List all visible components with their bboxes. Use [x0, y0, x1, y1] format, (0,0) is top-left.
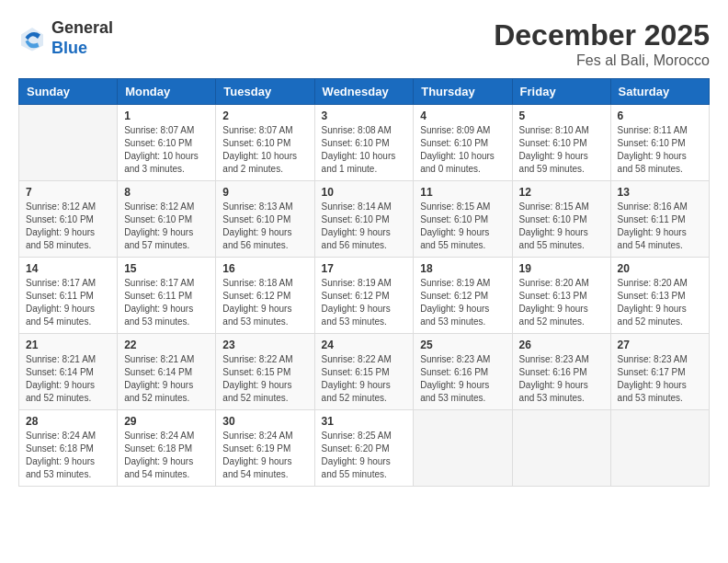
day-number: 1: [124, 109, 209, 122]
day-info: Sunrise: 8:12 AMSunset: 6:10 PMDaylight:…: [26, 201, 110, 252]
day-cell: 1Sunrise: 8:07 AMSunset: 6:10 PMDaylight…: [118, 105, 216, 181]
day-info: Sunrise: 8:17 AMSunset: 6:11 PMDaylight:…: [26, 277, 110, 328]
day-number: 10: [322, 186, 407, 199]
weekday-header-monday: Monday: [118, 79, 216, 105]
day-number: 21: [26, 339, 110, 351]
day-number: 5: [519, 109, 604, 122]
day-cell: 20Sunrise: 8:20 AMSunset: 6:13 PMDayligh…: [610, 258, 709, 334]
day-number: 9: [222, 186, 307, 199]
weekday-header-tuesday: Tuesday: [216, 79, 314, 105]
logo-general: General: [51, 18, 113, 39]
logo-icon: [18, 25, 46, 52]
day-cell: 30Sunrise: 8:24 AMSunset: 6:19 PMDayligh…: [216, 410, 314, 487]
weekday-header-thursday: Thursday: [414, 79, 512, 105]
day-cell: 16Sunrise: 8:18 AMSunset: 6:12 PMDayligh…: [216, 258, 314, 334]
day-number: 22: [124, 339, 209, 351]
day-cell: [512, 410, 610, 487]
day-cell: 18Sunrise: 8:19 AMSunset: 6:12 PMDayligh…: [414, 258, 512, 334]
day-number: 17: [322, 262, 407, 275]
day-cell: 24Sunrise: 8:22 AMSunset: 6:15 PMDayligh…: [314, 334, 414, 410]
day-number: 13: [618, 186, 702, 199]
day-info: Sunrise: 8:23 AMSunset: 6:16 PMDaylight:…: [519, 353, 604, 405]
day-number: 4: [420, 109, 505, 122]
weekday-header-saturday: Saturday: [610, 79, 709, 105]
day-cell: 11Sunrise: 8:15 AMSunset: 6:10 PMDayligh…: [414, 181, 512, 258]
day-info: Sunrise: 8:10 AMSunset: 6:10 PMDaylight:…: [519, 124, 604, 176]
day-info: Sunrise: 8:19 AMSunset: 6:12 PMDaylight:…: [322, 277, 407, 328]
week-row-2: 7Sunrise: 8:12 AMSunset: 6:10 PMDaylight…: [19, 181, 710, 258]
day-cell: 5Sunrise: 8:10 AMSunset: 6:10 PMDaylight…: [512, 105, 610, 181]
day-cell: 31Sunrise: 8:25 AMSunset: 6:20 PMDayligh…: [314, 410, 414, 487]
day-info: Sunrise: 8:18 AMSunset: 6:12 PMDaylight:…: [222, 277, 307, 328]
day-info: Sunrise: 8:24 AMSunset: 6:18 PMDaylight:…: [124, 430, 209, 481]
day-number: 31: [322, 415, 407, 428]
day-number: 12: [519, 186, 604, 199]
day-cell: 26Sunrise: 8:23 AMSunset: 6:16 PMDayligh…: [512, 334, 610, 410]
week-row-4: 21Sunrise: 8:21 AMSunset: 6:14 PMDayligh…: [19, 334, 710, 410]
day-info: Sunrise: 8:23 AMSunset: 6:16 PMDaylight:…: [420, 353, 505, 405]
day-info: Sunrise: 8:12 AMSunset: 6:10 PMDaylight:…: [124, 201, 209, 252]
day-number: 26: [519, 339, 604, 351]
day-cell: 9Sunrise: 8:13 AMSunset: 6:10 PMDaylight…: [216, 181, 314, 258]
week-row-5: 28Sunrise: 8:24 AMSunset: 6:18 PMDayligh…: [19, 410, 710, 487]
day-info: Sunrise: 8:23 AMSunset: 6:17 PMDaylight:…: [618, 353, 702, 405]
day-number: 6: [618, 109, 702, 122]
day-cell: [610, 410, 709, 487]
day-info: Sunrise: 8:22 AMSunset: 6:15 PMDaylight:…: [222, 353, 307, 405]
day-cell: 3Sunrise: 8:08 AMSunset: 6:10 PMDaylight…: [314, 105, 414, 181]
day-info: Sunrise: 8:24 AMSunset: 6:18 PMDaylight:…: [26, 430, 110, 481]
day-cell: 8Sunrise: 8:12 AMSunset: 6:10 PMDaylight…: [118, 181, 216, 258]
day-cell: 23Sunrise: 8:22 AMSunset: 6:15 PMDayligh…: [216, 334, 314, 410]
day-cell: 25Sunrise: 8:23 AMSunset: 6:16 PMDayligh…: [414, 334, 512, 410]
day-info: Sunrise: 8:11 AMSunset: 6:10 PMDaylight:…: [618, 124, 702, 176]
day-number: 23: [222, 339, 307, 351]
day-info: Sunrise: 8:09 AMSunset: 6:10 PMDaylight:…: [420, 124, 505, 176]
day-info: Sunrise: 8:13 AMSunset: 6:10 PMDaylight:…: [222, 201, 307, 252]
title-block: December 2025 Fes al Bali, Morocco: [494, 18, 710, 69]
day-cell: 19Sunrise: 8:20 AMSunset: 6:13 PMDayligh…: [512, 258, 610, 334]
day-cell: 13Sunrise: 8:16 AMSunset: 6:11 PMDayligh…: [610, 181, 709, 258]
day-cell: 28Sunrise: 8:24 AMSunset: 6:18 PMDayligh…: [19, 410, 118, 487]
day-cell: 14Sunrise: 8:17 AMSunset: 6:11 PMDayligh…: [19, 258, 118, 334]
day-number: 3: [322, 109, 407, 122]
day-info: Sunrise: 8:08 AMSunset: 6:10 PMDaylight:…: [322, 124, 407, 176]
day-number: 8: [124, 186, 209, 199]
day-number: 11: [420, 186, 505, 199]
weekday-header-wednesday: Wednesday: [314, 79, 414, 105]
week-row-3: 14Sunrise: 8:17 AMSunset: 6:11 PMDayligh…: [19, 258, 710, 334]
day-info: Sunrise: 8:15 AMSunset: 6:10 PMDaylight:…: [420, 201, 505, 252]
day-cell: 29Sunrise: 8:24 AMSunset: 6:18 PMDayligh…: [118, 410, 216, 487]
day-number: 25: [420, 339, 505, 351]
page-header: General Blue December 2025 Fes al Bali, …: [18, 18, 710, 69]
day-info: Sunrise: 8:25 AMSunset: 6:20 PMDaylight:…: [322, 430, 407, 481]
calendar-body: 1Sunrise: 8:07 AMSunset: 6:10 PMDaylight…: [19, 105, 710, 487]
day-cell: 21Sunrise: 8:21 AMSunset: 6:14 PMDayligh…: [19, 334, 118, 410]
day-number: 14: [26, 262, 110, 275]
day-info: Sunrise: 8:22 AMSunset: 6:15 PMDaylight:…: [322, 353, 407, 405]
day-number: 15: [124, 262, 209, 275]
day-cell: 12Sunrise: 8:15 AMSunset: 6:10 PMDayligh…: [512, 181, 610, 258]
day-info: Sunrise: 8:19 AMSunset: 6:12 PMDaylight:…: [420, 277, 505, 328]
day-cell: 15Sunrise: 8:17 AMSunset: 6:11 PMDayligh…: [118, 258, 216, 334]
day-info: Sunrise: 8:21 AMSunset: 6:14 PMDaylight:…: [124, 353, 209, 405]
day-number: 18: [420, 262, 505, 275]
day-cell: 4Sunrise: 8:09 AMSunset: 6:10 PMDaylight…: [414, 105, 512, 181]
day-info: Sunrise: 8:07 AMSunset: 6:10 PMDaylight:…: [124, 124, 209, 176]
day-info: Sunrise: 8:21 AMSunset: 6:14 PMDaylight:…: [26, 353, 110, 405]
day-info: Sunrise: 8:07 AMSunset: 6:10 PMDaylight:…: [222, 124, 307, 176]
day-number: 16: [222, 262, 307, 275]
day-info: Sunrise: 8:20 AMSunset: 6:13 PMDaylight:…: [519, 277, 604, 328]
week-row-1: 1Sunrise: 8:07 AMSunset: 6:10 PMDaylight…: [19, 105, 710, 181]
day-info: Sunrise: 8:20 AMSunset: 6:13 PMDaylight:…: [618, 277, 702, 328]
weekday-header-friday: Friday: [512, 79, 610, 105]
day-cell: [19, 105, 118, 181]
logo-blue: Blue: [51, 39, 113, 59]
month-title: December 2025: [494, 18, 710, 52]
day-number: 27: [618, 339, 702, 351]
calendar-header: SundayMondayTuesdayWednesdayThursdayFrid…: [19, 79, 710, 105]
day-number: 28: [26, 415, 110, 428]
day-cell: 27Sunrise: 8:23 AMSunset: 6:17 PMDayligh…: [610, 334, 709, 410]
day-number: 24: [322, 339, 407, 351]
location: Fes al Bali, Morocco: [494, 52, 710, 69]
logo-text: General Blue: [51, 18, 113, 58]
